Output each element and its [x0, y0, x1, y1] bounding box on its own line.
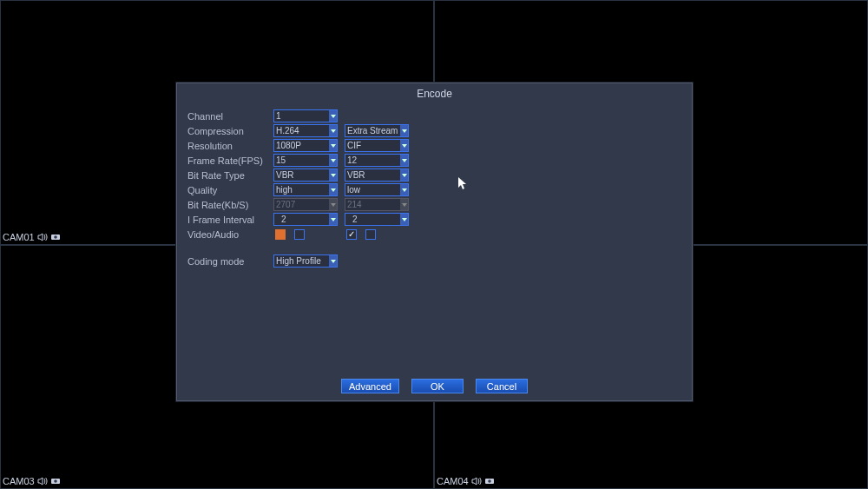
chevron-down-icon — [400, 199, 408, 210]
extra-stream-select[interactable]: Extra Stream — [345, 124, 409, 137]
chevron-down-icon — [329, 184, 337, 195]
iframe-main-select[interactable]: 2 — [273, 213, 338, 226]
chevron-down-icon — [329, 155, 337, 166]
camera-icon — [484, 477, 495, 486]
chevron-down-icon — [329, 125, 337, 136]
speaker-icon — [471, 477, 482, 486]
encode-dialog: Encode Channel 1 Compression H.264 Extra… — [176, 83, 693, 401]
label-quality: Quality — [187, 185, 273, 195]
compression-select[interactable]: H.264 — [273, 124, 338, 137]
audio-extra-checkbox[interactable] — [365, 229, 376, 240]
chevron-down-icon — [400, 184, 408, 195]
svg-point-3 — [54, 479, 57, 483]
label-resolution: Resolution — [187, 141, 273, 151]
chevron-down-icon — [329, 140, 337, 151]
dialog-footer: Advanced OK Cancel — [177, 379, 692, 393]
quality-extra-select[interactable]: low — [345, 183, 409, 196]
speaker-icon — [37, 477, 48, 486]
chevron-down-icon — [329, 199, 337, 210]
chevron-down-icon — [400, 155, 408, 166]
camera-name: CAM03 — [3, 476, 35, 486]
svg-point-5 — [488, 479, 491, 483]
cancel-button[interactable]: Cancel — [476, 379, 528, 393]
chevron-down-icon — [329, 214, 337, 225]
svg-point-1 — [54, 235, 57, 239]
label-video-audio: Video/Audio — [187, 229, 273, 240]
speaker-icon — [37, 233, 48, 241]
chevron-down-icon — [400, 169, 408, 181]
channel-select[interactable]: 1 — [273, 109, 338, 122]
chevron-down-icon — [329, 169, 337, 181]
camera-label-3: CAM03 — [3, 476, 61, 486]
label-coding-mode: Coding mode — [187, 256, 273, 267]
video-extra-checkbox[interactable] — [346, 229, 357, 240]
label-channel: Channel — [187, 111, 273, 122]
advanced-button[interactable]: Advanced — [341, 379, 399, 393]
framerate-main-select[interactable]: 15 — [273, 154, 338, 167]
camera-icon — [50, 477, 61, 486]
bitratetype-main-select[interactable]: VBR — [273, 169, 338, 182]
video-main-checkbox[interactable] — [275, 229, 286, 240]
camera-label-1: CAM01 — [3, 232, 61, 242]
coding-mode-select[interactable]: High Profile — [273, 254, 338, 268]
label-bitratetype: Bit Rate Type — [187, 170, 273, 181]
camera-icon — [50, 233, 61, 241]
chevron-down-icon — [329, 255, 337, 267]
camera-label-4: CAM04 — [437, 476, 495, 486]
chevron-down-icon — [400, 125, 408, 136]
camera-name: CAM01 — [3, 232, 35, 242]
label-iframe: I Frame Interval — [187, 215, 273, 225]
label-compression: Compression — [187, 126, 273, 136]
ok-button[interactable]: OK — [411, 379, 464, 393]
bitrate-extra-select: 214 — [345, 198, 409, 211]
chevron-down-icon — [400, 214, 408, 225]
bitratetype-extra-select[interactable]: VBR — [345, 169, 409, 182]
chevron-down-icon — [400, 140, 408, 151]
label-framerate: Frame Rate(FPS) — [187, 155, 273, 166]
encode-form: Channel 1 Compression H.264 Extra Stream… — [177, 109, 692, 268]
resolution-extra-select[interactable]: CIF — [345, 139, 409, 152]
camera-name: CAM04 — [437, 476, 469, 486]
chevron-down-icon — [329, 110, 337, 122]
bitrate-main-select: 2707 — [273, 198, 338, 211]
iframe-extra-select[interactable]: 2 — [345, 213, 409, 226]
quality-main-select[interactable]: high — [273, 183, 338, 196]
resolution-main-select[interactable]: 1080P — [273, 139, 338, 152]
label-bitrate: Bit Rate(Kb/S) — [187, 200, 273, 210]
audio-main-checkbox[interactable] — [294, 229, 305, 240]
dialog-title: Encode — [177, 83, 692, 109]
framerate-extra-select[interactable]: 12 — [345, 154, 409, 167]
